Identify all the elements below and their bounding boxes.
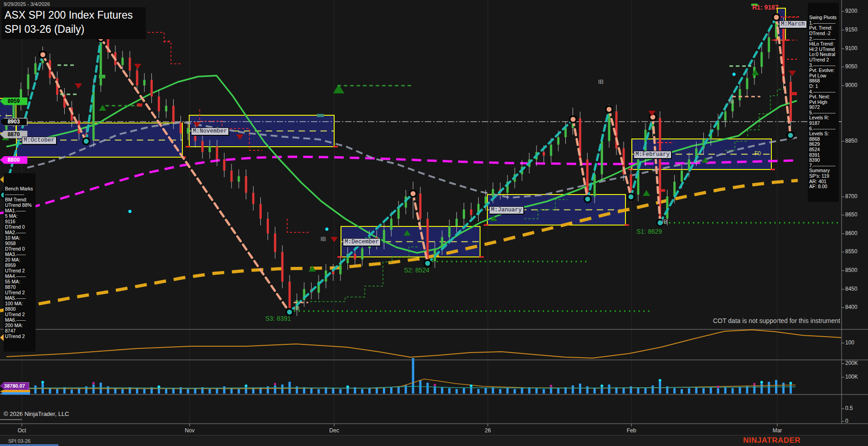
price-axis-label: 9100 (845, 45, 858, 51)
time-axis-label: Nov (185, 427, 194, 434)
chart-annotation: S2: 8524 (404, 267, 429, 274)
swing-pivots-panel: Swing Pivots 1.-------------- Pvt. Trend… (808, 3, 839, 202)
price-axis-label: 0.5 (845, 405, 853, 411)
price-axis-label: 8500 (845, 267, 858, 273)
price-axis-label: 200K (845, 360, 858, 366)
chart-annotation: S1: 8629 (636, 228, 662, 235)
chart-annotation: S3: 8391 (265, 315, 291, 322)
ninjatrader-chart-window: 9200915091009050900088508700865086008550… (0, 0, 868, 446)
chart-date-range: 9/29/2025 - 3/4/2026 (4, 1, 50, 7)
price-axis-label: 8650 (845, 211, 858, 218)
price-axis-label: 0 (845, 418, 848, 424)
time-axis-label: Dec (329, 427, 339, 434)
chart-annotation: IB (320, 236, 326, 242)
price-axis-label: 8850 (845, 138, 858, 144)
price-axis-label: 9050 (845, 63, 858, 70)
bench-marks-text: Bench Marks ------------ BM Trend: UTren… (5, 186, 34, 339)
time-axis-label: Mar (773, 427, 782, 434)
chart-title: ASX SPI 200 Index Futures SPI 03-26 (Dai… (2, 7, 146, 39)
price-axis-label: 8400 (845, 304, 858, 310)
price-badge-sliver (0, 392, 30, 395)
month-box-label: M:December (343, 238, 381, 246)
contract-period: SPI 03-26 (Daily) (5, 22, 142, 36)
price-axis-label: 8700 (845, 193, 858, 200)
month-box-label: M:March (779, 21, 807, 28)
month-box-label: M:February (634, 151, 672, 159)
chart-annotation: IB (662, 218, 667, 225)
bench-marks-panel: Bench Marks ------------ BM Trend: UTren… (4, 173, 36, 352)
chart-annotation: F0 (754, 150, 761, 157)
month-box-label: M:November (191, 128, 229, 135)
swing-pivots-text: Swing Pivots 1.-------------- Pvt. Trend… (809, 15, 837, 190)
price-badge: 8903 (0, 118, 27, 126)
price-badge: 8800 (0, 156, 27, 164)
price-axis-label: 9150 (845, 26, 858, 33)
month-box-label: M:January (489, 206, 524, 214)
chart-annotation: R1: 9187 (752, 4, 779, 11)
tab-bar: SPI 03-26 (0, 435, 868, 446)
price-axis-label: 9000 (845, 82, 858, 88)
price-axis-label: 8550 (845, 248, 858, 255)
price-badge: 38780.07 (0, 382, 29, 390)
chart-label-overlay: 9200915091009050900088508700865086008550… (0, 0, 868, 446)
price-axis-label: 100 (845, 339, 854, 346)
chart-annotation: IB (294, 305, 300, 312)
tab-spi-03-26[interactable]: SPI 03-26 (8, 438, 31, 444)
ninjatrader-logo: NINJATRADER (743, 436, 801, 445)
time-axis-label: Feb (627, 427, 636, 434)
time-axis-label: 26 (485, 427, 491, 434)
price-axis-label: 8600 (845, 230, 858, 236)
horizontal-scrollbar-thumb[interactable] (0, 444, 58, 446)
price-axis-label: 8450 (845, 286, 858, 292)
instrument-name: ASX SPI 200 Index Futures (5, 8, 142, 22)
price-axis-label: 100K (845, 374, 858, 380)
chart-annotation: IB (598, 78, 604, 85)
price-axis-label: 9200 (845, 8, 858, 14)
month-box-label: M:October (22, 137, 57, 144)
time-axis-label: Oct (18, 427, 26, 434)
chart-annotation: IB (728, 98, 734, 105)
price-badge: 8959 (0, 97, 27, 105)
